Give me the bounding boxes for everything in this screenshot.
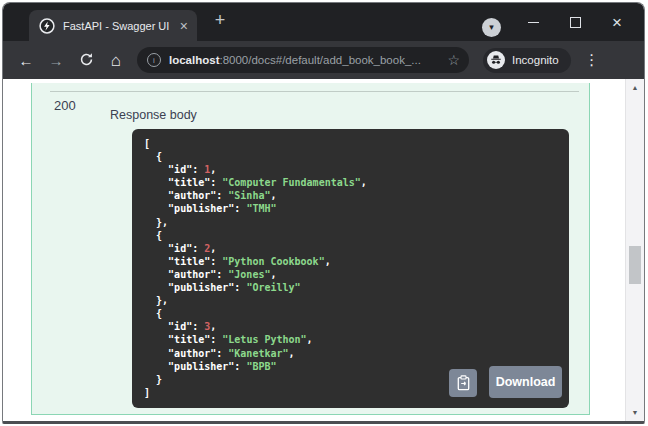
tab-title: FastAPI - Swagger UI <box>63 20 172 32</box>
maximize-icon <box>570 17 581 28</box>
scroll-down-icon[interactable]: ▼ <box>626 409 644 416</box>
tab-search-button[interactable]: ▾ <box>482 18 501 37</box>
url-host: localhost <box>169 54 219 66</box>
browser-toolbar: ← → ⌂ i localhost:8000/docs#/default/add… <box>3 41 644 79</box>
tab-strip: FastAPI - Swagger UI × + ▾ × <box>3 3 644 41</box>
incognito-label: Incognito <box>512 54 559 66</box>
browser-window: FastAPI - Swagger UI × + ▾ × ← → <box>2 2 645 424</box>
copy-to-clipboard-button[interactable] <box>449 369 477 397</box>
close-window-button[interactable]: × <box>596 3 638 41</box>
bookmark-star-icon[interactable]: ☆ <box>447 53 460 67</box>
page-scrollbar[interactable]: ▲ ▼ <box>625 79 644 421</box>
close-icon: × <box>612 14 622 31</box>
incognito-badge: Incognito <box>483 48 571 73</box>
page-content: 200 Response body [ { "id": 1, "title": … <box>3 79 644 421</box>
url-text[interactable]: localhost:8000/docs#/default/add_book_bo… <box>169 54 439 66</box>
response-json: [ { "id": 1, "title": "Computer Fundamen… <box>144 137 565 404</box>
swagger-response-section: 200 Response body [ { "id": 1, "title": … <box>31 83 590 415</box>
url-path: :8000/docs#/default/add_book_book_... <box>219 54 420 66</box>
clipboard-icon <box>457 375 470 391</box>
browser-tab-fastapi[interactable]: FastAPI - Swagger UI × <box>29 10 197 41</box>
fastapi-favicon-icon <box>39 18 55 34</box>
chevron-down-icon: ▾ <box>489 23 494 32</box>
menu-icon[interactable]: ⋮ <box>582 51 602 69</box>
download-button[interactable]: Download <box>489 366 562 398</box>
response-status-code: 200 <box>54 98 76 113</box>
scrollbar-thumb[interactable] <box>629 246 641 284</box>
screenshot-root: FastAPI - Swagger UI × + ▾ × ← → <box>0 0 648 426</box>
minimize-icon <box>528 22 539 23</box>
reload-icon <box>79 52 94 67</box>
home-button[interactable]: ⌂ <box>101 52 131 69</box>
forward-button[interactable]: → <box>41 53 71 68</box>
back-button[interactable]: ← <box>11 53 41 68</box>
new-tab-button[interactable]: + <box>210 11 230 29</box>
site-info-icon[interactable]: i <box>147 53 161 67</box>
address-bar[interactable]: i localhost:8000/docs#/default/add_book_… <box>137 47 469 73</box>
window-controls: × <box>512 3 638 41</box>
reload-button[interactable] <box>71 52 101 69</box>
tab-close-icon[interactable]: × <box>180 19 188 33</box>
minimize-button[interactable] <box>512 3 554 41</box>
incognito-icon <box>487 51 505 69</box>
response-body-block: [ { "id": 1, "title": "Computer Fundamen… <box>132 129 569 408</box>
response-body-label: Response body <box>110 108 197 122</box>
section-divider <box>50 91 579 92</box>
maximize-button[interactable] <box>554 3 596 41</box>
scroll-up-icon[interactable]: ▲ <box>626 84 644 91</box>
